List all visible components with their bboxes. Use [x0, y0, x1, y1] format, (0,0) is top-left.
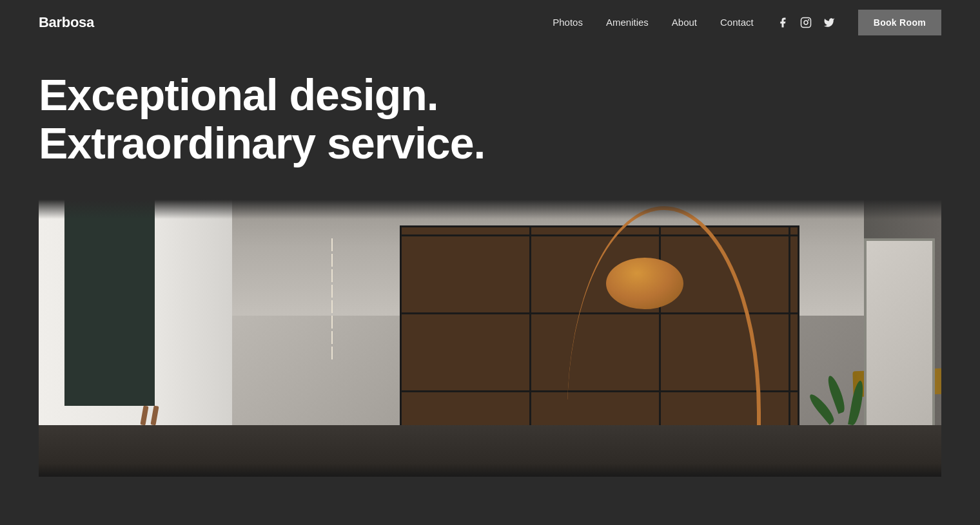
- leaf-1: [825, 374, 848, 414]
- room-scene: [39, 200, 941, 477]
- svg-rect-0: [801, 18, 810, 28]
- lamp-shade: [606, 258, 683, 309]
- nav-item-about[interactable]: About: [672, 17, 697, 28]
- social-icons: [777, 17, 835, 28]
- wall-hooks: [142, 406, 157, 425]
- navbar: Barbosa Photos Amenities About Contact: [0, 0, 980, 45]
- bottom-gradient-overlay: [39, 464, 941, 477]
- nav-item-contact[interactable]: Contact: [720, 17, 754, 28]
- nav-links: Photos Amenities About Contact: [553, 17, 753, 28]
- twitter-icon[interactable]: [823, 17, 835, 28]
- nav-link-amenities[interactable]: Amenities: [606, 17, 649, 28]
- hero-headline-line2: Extraordinary service.: [39, 119, 485, 167]
- facebook-icon[interactable]: [777, 17, 789, 28]
- door-arch: [64, 200, 155, 406]
- macrame-decoration: [316, 238, 348, 419]
- instagram-icon[interactable]: [800, 17, 812, 28]
- nav-link-photos[interactable]: Photos: [553, 17, 583, 28]
- book-room-button[interactable]: Book Room: [858, 10, 941, 35]
- room-image: [39, 200, 941, 477]
- top-gradient-overlay: [39, 200, 941, 219]
- hero-headline: Exceptional design. Extraordinary servic…: [39, 71, 554, 167]
- leaf-2: [848, 379, 865, 426]
- hook-1: [140, 405, 148, 425]
- nav-link-about[interactable]: About: [672, 17, 697, 28]
- mirror: [864, 238, 935, 432]
- hook-2: [150, 405, 159, 425]
- svg-point-2: [808, 19, 809, 21]
- brand-logo[interactable]: Barbosa: [39, 14, 94, 31]
- svg-point-1: [804, 21, 808, 24]
- nav-item-photos[interactable]: Photos: [553, 17, 583, 28]
- hero-section: Exceptional design. Extraordinary servic…: [0, 45, 980, 477]
- nav-link-contact[interactable]: Contact: [720, 17, 754, 28]
- hero-headline-line1: Exceptional design.: [39, 70, 438, 119]
- nav-item-amenities[interactable]: Amenities: [606, 17, 649, 28]
- navbar-right: Photos Amenities About Contact: [553, 10, 941, 35]
